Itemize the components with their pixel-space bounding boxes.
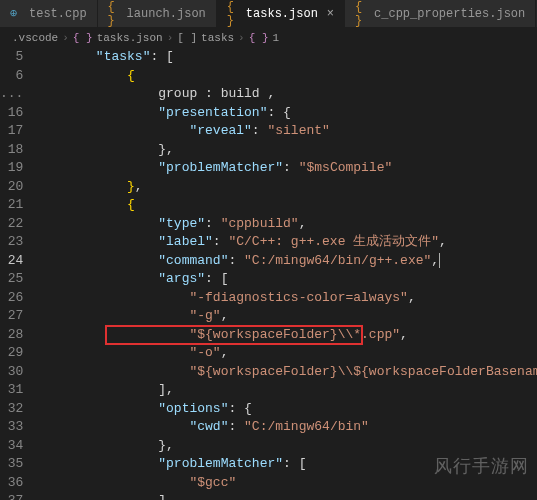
tab-label: tasks.json [246, 7, 318, 21]
line-number: 19 [0, 159, 23, 178]
tab-tasks-json[interactable]: { }tasks.json× [217, 0, 345, 27]
breadcrumb-brackets-icon: [ ] [177, 32, 197, 44]
code-line[interactable]: "${workspaceFolder}\\*.cpp", [33, 326, 537, 345]
breadcrumb-segment[interactable]: 1 [273, 32, 280, 44]
code-line[interactable]: { [33, 67, 537, 86]
line-number: 37 [0, 492, 23, 500]
breadcrumb-segment[interactable]: tasks [201, 32, 234, 44]
code-line[interactable]: "-o", [33, 344, 537, 363]
code-line[interactable]: }, [33, 178, 537, 197]
line-number: ... [0, 85, 23, 104]
line-number: 24 [0, 252, 23, 271]
line-number: 18 [0, 141, 23, 160]
tab-label: c_cpp_properties.json [374, 7, 525, 21]
code-line[interactable]: "command": "C:/mingw64/bin/g++.exe", [33, 252, 537, 271]
code-line[interactable]: "type": "cppbuild", [33, 215, 537, 234]
json-file-icon: { } [355, 7, 369, 21]
line-number: 35 [0, 455, 23, 474]
line-number: 27 [0, 307, 23, 326]
code-line[interactable]: "${workspaceFolder}\\${workspaceFolderBa… [33, 363, 537, 382]
line-number: 17 [0, 122, 23, 141]
tab-label: test.cpp [29, 7, 87, 21]
code-line[interactable]: }, [33, 141, 537, 160]
code-line[interactable]: "problemMatcher": "$msCompile" [33, 159, 537, 178]
tab-launch-json[interactable]: { }launch.json [98, 0, 217, 27]
line-number: 6 [0, 67, 23, 86]
chevron-right-icon: › [62, 32, 69, 44]
line-number: 25 [0, 270, 23, 289]
code-line[interactable]: "options": { [33, 400, 537, 419]
code-editor[interactable]: 56...16171819202122232425262728293031323… [0, 48, 537, 500]
tab-c_cpp_properties-json[interactable]: { }c_cpp_properties.json [345, 0, 536, 27]
watermark: 风行手游网 [434, 454, 529, 478]
code-line[interactable]: "-fdiagnostics-color=always", [33, 289, 537, 308]
chevron-right-icon: › [238, 32, 245, 44]
breadcrumb-folder[interactable]: .vscode [12, 32, 58, 44]
code-line[interactable]: "args": [ [33, 270, 537, 289]
line-number: 20 [0, 178, 23, 197]
code-line[interactable]: { [33, 196, 537, 215]
line-number: 23 [0, 233, 23, 252]
code-line[interactable]: "tasks": [ [33, 48, 537, 67]
breadcrumb[interactable]: .vscode › { } tasks.json › [ ] tasks › {… [0, 28, 537, 48]
line-number: 34 [0, 437, 23, 456]
line-number: 32 [0, 400, 23, 419]
close-icon[interactable]: × [327, 7, 334, 21]
line-number: 16 [0, 104, 23, 123]
line-number: 33 [0, 418, 23, 437]
code-line[interactable]: "presentation": { [33, 104, 537, 123]
line-number: 31 [0, 381, 23, 400]
line-number: 26 [0, 289, 23, 308]
tab-test-cpp[interactable]: ⊕test.cpp [0, 0, 98, 27]
code-line[interactable]: ], [33, 492, 537, 500]
json-file-icon: { } [108, 7, 122, 21]
chevron-right-icon: › [167, 32, 174, 44]
json-file-icon: { } [227, 7, 241, 21]
line-number: 28 [0, 326, 23, 345]
braces-icon: { } [73, 32, 93, 44]
line-number: 21 [0, 196, 23, 215]
tab-bar: ⊕test.cpp{ }launch.json{ }tasks.json×{ }… [0, 0, 537, 28]
line-number: 5 [0, 48, 23, 67]
code-line[interactable]: "cwd": "C:/mingw64/bin" [33, 418, 537, 437]
code-line[interactable]: "label": "C/C++: g++.exe 生成活动文件", [33, 233, 537, 252]
code-line[interactable]: group : build , [33, 85, 537, 104]
line-number: 22 [0, 215, 23, 234]
line-number-gutter: 56...16171819202122232425262728293031323… [0, 48, 33, 500]
code-line[interactable]: ], [33, 381, 537, 400]
code-line[interactable]: }, [33, 437, 537, 456]
line-number: 30 [0, 363, 23, 382]
line-number: 36 [0, 474, 23, 493]
cpp-file-icon: ⊕ [10, 7, 24, 21]
breadcrumb-file[interactable]: tasks.json [97, 32, 163, 44]
code-line[interactable]: "reveal": "silent" [33, 122, 537, 141]
tab-label: launch.json [127, 7, 206, 21]
braces-icon: { } [249, 32, 269, 44]
line-number: 29 [0, 344, 23, 363]
code-content[interactable]: "tasks": [ { group : build , "presentati… [33, 48, 537, 500]
code-line[interactable]: "-g", [33, 307, 537, 326]
